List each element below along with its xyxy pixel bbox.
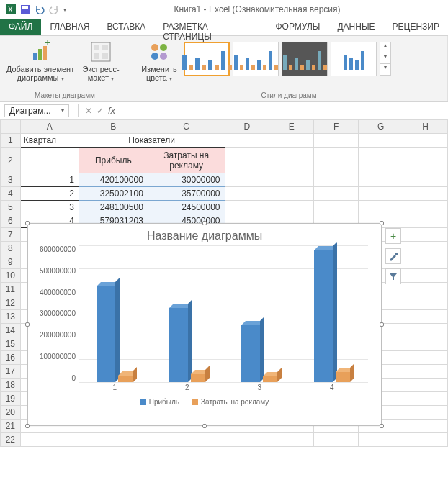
- chart-style-2[interactable]: [233, 42, 279, 76]
- cell[interactable]: [225, 134, 269, 148]
- cell[interactable]: [403, 283, 448, 296]
- cell[interactable]: [403, 242, 448, 255]
- row-header[interactable]: 12: [1, 296, 21, 310]
- cell[interactable]: [403, 187, 448, 201]
- cell[interactable]: [359, 433, 403, 447]
- row-header[interactable]: 21: [1, 420, 21, 433]
- cell[interactable]: [225, 148, 269, 173]
- quick-layout-button[interactable]: Экспресс-макет ▾: [76, 39, 125, 84]
- name-box-dropdown-icon[interactable]: ▾: [61, 107, 64, 114]
- cell[interactable]: [79, 433, 148, 447]
- cell[interactable]: [403, 201, 448, 214]
- cell[interactable]: Прибыль: [79, 148, 148, 173]
- row-header[interactable]: 18: [1, 379, 21, 392]
- cell[interactable]: [403, 324, 448, 337]
- cell[interactable]: [269, 173, 314, 187]
- name-box[interactable]: Диаграм...▾: [4, 104, 69, 117]
- cell[interactable]: [403, 173, 448, 187]
- save-icon[interactable]: [20, 4, 30, 14]
- cell[interactable]: [148, 433, 225, 447]
- cell[interactable]: [269, 433, 314, 447]
- chart-bar[interactable]: [314, 250, 333, 382]
- cell[interactable]: 24500000: [148, 201, 225, 214]
- row-header[interactable]: 3: [1, 173, 21, 187]
- qat-dropdown-icon[interactable]: ▾: [63, 6, 66, 13]
- fx-icon[interactable]: fx: [106, 105, 117, 116]
- row-header[interactable]: 14: [1, 324, 21, 337]
- col-header[interactable]: E: [269, 120, 314, 134]
- cell[interactable]: 35700000: [148, 187, 225, 201]
- cell[interactable]: [403, 310, 448, 324]
- cell[interactable]: [403, 351, 448, 365]
- gallery-scroll-down[interactable]: ▼: [380, 53, 390, 64]
- cell[interactable]: Затраты на рекламу: [148, 148, 225, 173]
- cell[interactable]: [20, 148, 79, 173]
- col-header[interactable]: B: [79, 120, 148, 134]
- row-header[interactable]: 19: [1, 392, 21, 406]
- col-header[interactable]: H: [403, 120, 448, 134]
- chart-object[interactable]: Название диаграммы 600000000500000000400…: [27, 223, 382, 426]
- row-header[interactable]: 15: [1, 337, 21, 351]
- cell[interactable]: [314, 201, 359, 214]
- chart-plus-button[interactable]: +: [385, 228, 401, 244]
- redo-icon[interactable]: [49, 4, 59, 14]
- cell[interactable]: [403, 269, 448, 283]
- tab-data[interactable]: ДАННЫЕ: [328, 19, 383, 35]
- cell[interactable]: [314, 433, 359, 447]
- cell[interactable]: Показатели: [79, 134, 225, 148]
- cell[interactable]: [20, 433, 79, 447]
- chart-bar[interactable]: [263, 376, 277, 382]
- cell[interactable]: [403, 337, 448, 351]
- cell[interactable]: [403, 228, 448, 242]
- row-header[interactable]: 2: [1, 148, 21, 173]
- chart-title[interactable]: Название диаграммы: [28, 224, 381, 245]
- chart-legend[interactable]: Прибыль Затраты на рекламу: [28, 395, 381, 409]
- cell[interactable]: [403, 392, 448, 406]
- row-header[interactable]: 5: [1, 201, 21, 214]
- chart-bar[interactable]: [336, 372, 350, 382]
- row-header[interactable]: 1: [1, 134, 21, 148]
- enter-icon[interactable]: ✓: [94, 106, 106, 116]
- cell[interactable]: [225, 173, 269, 187]
- chart-bar[interactable]: [191, 374, 205, 382]
- cell[interactable]: [314, 134, 359, 148]
- gallery-scroll-up[interactable]: ▲: [380, 42, 390, 53]
- row-header[interactable]: 16: [1, 351, 21, 365]
- cell[interactable]: [314, 148, 359, 173]
- cell[interactable]: 30000000: [148, 173, 225, 187]
- row-header[interactable]: 7: [1, 228, 21, 242]
- cancel-icon[interactable]: ✕: [83, 106, 94, 116]
- cell[interactable]: [314, 173, 359, 187]
- change-colors-button[interactable]: Изменить цвета ▾: [135, 39, 184, 84]
- cell[interactable]: [403, 379, 448, 392]
- chart-plot-area[interactable]: 6000000005000000004000000003000000002000…: [79, 245, 368, 395]
- cell[interactable]: [225, 433, 269, 447]
- select-all-corner[interactable]: [1, 120, 21, 134]
- cell[interactable]: [359, 173, 403, 187]
- row-header[interactable]: 20: [1, 406, 21, 420]
- cell[interactable]: [359, 134, 403, 148]
- cell[interactable]: [225, 201, 269, 214]
- cell[interactable]: [403, 433, 448, 447]
- col-header[interactable]: D: [225, 120, 269, 134]
- cell[interactable]: [359, 148, 403, 173]
- row-header[interactable]: 22: [1, 433, 21, 447]
- cell[interactable]: [403, 296, 448, 310]
- col-header[interactable]: F: [314, 120, 359, 134]
- chart-style-1[interactable]: [184, 42, 230, 76]
- chart-filter-button[interactable]: [385, 268, 401, 284]
- row-header[interactable]: 8: [1, 242, 21, 255]
- chart-style-3[interactable]: [282, 42, 328, 76]
- cell[interactable]: [403, 365, 448, 379]
- cell[interactable]: [269, 148, 314, 173]
- cell[interactable]: [225, 187, 269, 201]
- row-header[interactable]: 4: [1, 187, 21, 201]
- tab-page-layout[interactable]: РАЗМЕТКА СТРАНИЦЫ: [154, 19, 266, 35]
- cell[interactable]: 325002100: [79, 187, 148, 201]
- tab-review[interactable]: РЕЦЕНЗИР: [384, 19, 448, 35]
- tab-insert[interactable]: ВСТАВКА: [98, 19, 154, 35]
- cell[interactable]: [314, 187, 359, 201]
- tab-home[interactable]: ГЛАВНАЯ: [41, 19, 98, 35]
- cell[interactable]: [403, 255, 448, 269]
- cell[interactable]: [403, 406, 448, 420]
